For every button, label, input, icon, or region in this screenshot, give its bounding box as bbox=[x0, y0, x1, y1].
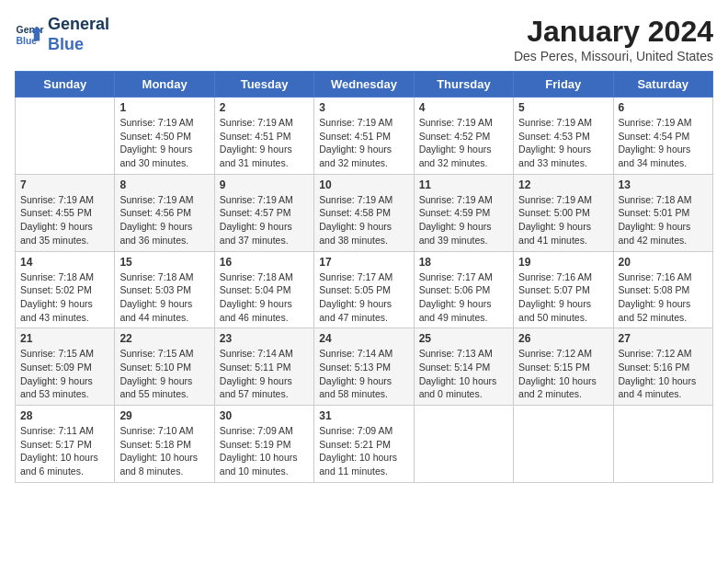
calendar-cell: 7Sunrise: 7:19 AMSunset: 4:55 PMDaylight… bbox=[16, 174, 115, 251]
calendar-cell: 19Sunrise: 7:16 AMSunset: 5:07 PMDayligh… bbox=[514, 251, 613, 328]
day-info: Sunrise: 7:14 AMSunset: 5:11 PMDaylight:… bbox=[220, 347, 309, 401]
calendar-cell bbox=[514, 406, 613, 483]
day-info: Sunrise: 7:12 AMSunset: 5:15 PMDaylight:… bbox=[518, 347, 608, 401]
calendar-cell: 31Sunrise: 7:09 AMSunset: 5:21 PMDayligh… bbox=[314, 406, 414, 483]
day-number: 2 bbox=[220, 101, 309, 114]
calendar-cell: 2Sunrise: 7:19 AMSunset: 4:51 PMDaylight… bbox=[214, 98, 313, 175]
day-number: 3 bbox=[319, 101, 408, 114]
day-info: Sunrise: 7:16 AMSunset: 5:08 PMDaylight:… bbox=[619, 270, 708, 325]
day-number: 5 bbox=[518, 101, 608, 114]
calendar-cell: 30Sunrise: 7:09 AMSunset: 5:19 PMDayligh… bbox=[214, 406, 313, 483]
calendar-week-2: 7Sunrise: 7:19 AMSunset: 4:55 PMDaylight… bbox=[16, 174, 713, 251]
calendar-cell bbox=[16, 98, 115, 175]
day-number: 21 bbox=[20, 332, 109, 345]
calendar-cell bbox=[414, 406, 513, 483]
day-info: Sunrise: 7:16 AMSunset: 5:07 PMDaylight:… bbox=[518, 270, 608, 325]
calendar-cell: 27Sunrise: 7:12 AMSunset: 5:16 PMDayligh… bbox=[613, 328, 712, 406]
day-number: 13 bbox=[619, 178, 708, 191]
calendar-cell: 6Sunrise: 7:19 AMSunset: 4:54 PMDaylight… bbox=[613, 98, 712, 175]
logo-line2: Blue bbox=[48, 35, 84, 53]
day-info: Sunrise: 7:19 AMSunset: 4:56 PMDaylight:… bbox=[119, 193, 209, 247]
calendar-cell: 22Sunrise: 7:15 AMSunset: 5:10 PMDayligh… bbox=[115, 328, 214, 406]
day-number: 22 bbox=[119, 332, 209, 345]
calendar-cell bbox=[613, 406, 712, 483]
day-info: Sunrise: 7:12 AMSunset: 5:16 PMDaylight:… bbox=[619, 347, 708, 401]
calendar-cell: 29Sunrise: 7:10 AMSunset: 5:18 PMDayligh… bbox=[115, 406, 214, 483]
calendar-week-3: 14Sunrise: 7:18 AMSunset: 5:02 PMDayligh… bbox=[16, 251, 713, 328]
calendar-cell: 5Sunrise: 7:19 AMSunset: 4:53 PMDaylight… bbox=[514, 98, 613, 175]
day-number: 9 bbox=[220, 178, 309, 191]
day-info: Sunrise: 7:19 AMSunset: 4:52 PMDaylight:… bbox=[419, 116, 508, 170]
day-info: Sunrise: 7:19 AMSunset: 5:00 PMDaylight:… bbox=[518, 193, 608, 247]
calendar-cell: 1Sunrise: 7:19 AMSunset: 4:50 PMDaylight… bbox=[115, 98, 214, 175]
calendar-cell: 11Sunrise: 7:19 AMSunset: 4:59 PMDayligh… bbox=[414, 174, 513, 251]
day-number: 19 bbox=[518, 256, 608, 269]
calendar-cell: 17Sunrise: 7:17 AMSunset: 5:05 PMDayligh… bbox=[314, 251, 414, 328]
title-block: January 2024 Des Peres, Missouri, United… bbox=[514, 15, 713, 63]
calendar-cell: 18Sunrise: 7:17 AMSunset: 5:06 PMDayligh… bbox=[414, 251, 513, 328]
day-number: 1 bbox=[119, 101, 209, 114]
day-number: 8 bbox=[119, 178, 209, 191]
calendar-cell: 4Sunrise: 7:19 AMSunset: 4:52 PMDaylight… bbox=[414, 98, 513, 175]
day-number: 26 bbox=[518, 332, 608, 345]
calendar-cell: 16Sunrise: 7:18 AMSunset: 5:04 PMDayligh… bbox=[214, 251, 313, 328]
day-info: Sunrise: 7:14 AMSunset: 5:13 PMDaylight:… bbox=[319, 347, 408, 401]
weekday-header-wednesday: Wednesday bbox=[314, 72, 414, 98]
calendar-week-5: 28Sunrise: 7:11 AMSunset: 5:17 PMDayligh… bbox=[16, 406, 713, 483]
month-title: January 2024 bbox=[514, 15, 713, 49]
day-info: Sunrise: 7:09 AMSunset: 5:19 PMDaylight:… bbox=[220, 424, 309, 478]
day-number: 7 bbox=[20, 178, 109, 191]
weekday-header-saturday: Saturday bbox=[613, 72, 712, 98]
weekday-header-friday: Friday bbox=[514, 72, 613, 98]
day-info: Sunrise: 7:18 AMSunset: 5:01 PMDaylight:… bbox=[619, 193, 708, 247]
calendar-cell: 24Sunrise: 7:14 AMSunset: 5:13 PMDayligh… bbox=[314, 328, 414, 406]
day-info: Sunrise: 7:19 AMSunset: 4:58 PMDaylight:… bbox=[319, 193, 408, 247]
day-info: Sunrise: 7:13 AMSunset: 5:14 PMDaylight:… bbox=[419, 347, 508, 401]
day-info: Sunrise: 7:19 AMSunset: 4:54 PMDaylight:… bbox=[619, 116, 708, 170]
day-number: 28 bbox=[20, 409, 109, 422]
day-info: Sunrise: 7:09 AMSunset: 5:21 PMDaylight:… bbox=[319, 424, 408, 478]
location-title: Des Peres, Missouri, United States bbox=[514, 49, 713, 63]
day-info: Sunrise: 7:19 AMSunset: 4:51 PMDaylight:… bbox=[220, 116, 309, 170]
day-number: 18 bbox=[419, 256, 508, 269]
calendar-cell: 9Sunrise: 7:19 AMSunset: 4:57 PMDaylight… bbox=[214, 174, 313, 251]
day-info: Sunrise: 7:19 AMSunset: 4:59 PMDaylight:… bbox=[419, 193, 508, 247]
day-info: Sunrise: 7:19 AMSunset: 4:53 PMDaylight:… bbox=[518, 116, 608, 170]
day-number: 15 bbox=[119, 256, 209, 269]
logo-icon: General Blue bbox=[15, 20, 44, 50]
day-info: Sunrise: 7:15 AMSunset: 5:10 PMDaylight:… bbox=[119, 347, 209, 401]
day-number: 23 bbox=[220, 332, 309, 345]
calendar-cell: 26Sunrise: 7:12 AMSunset: 5:15 PMDayligh… bbox=[514, 328, 613, 406]
day-info: Sunrise: 7:18 AMSunset: 5:02 PMDaylight:… bbox=[20, 270, 109, 325]
calendar-cell: 8Sunrise: 7:19 AMSunset: 4:56 PMDaylight… bbox=[115, 174, 214, 251]
day-number: 14 bbox=[20, 256, 109, 269]
day-info: Sunrise: 7:19 AMSunset: 4:55 PMDaylight:… bbox=[20, 193, 109, 247]
calendar-cell: 28Sunrise: 7:11 AMSunset: 5:17 PMDayligh… bbox=[16, 406, 115, 483]
weekday-header-thursday: Thursday bbox=[414, 72, 513, 98]
logo: General Blue General Blue bbox=[15, 15, 109, 54]
calendar-cell: 12Sunrise: 7:19 AMSunset: 5:00 PMDayligh… bbox=[514, 174, 613, 251]
day-info: Sunrise: 7:19 AMSunset: 4:50 PMDaylight:… bbox=[119, 116, 209, 170]
day-number: 27 bbox=[619, 332, 708, 345]
day-info: Sunrise: 7:17 AMSunset: 5:05 PMDaylight:… bbox=[319, 270, 408, 325]
logo-line1: General bbox=[48, 15, 109, 33]
calendar-cell: 14Sunrise: 7:18 AMSunset: 5:02 PMDayligh… bbox=[16, 251, 115, 328]
day-number: 10 bbox=[319, 178, 408, 191]
calendar-week-4: 21Sunrise: 7:15 AMSunset: 5:09 PMDayligh… bbox=[16, 328, 713, 406]
calendar-cell: 25Sunrise: 7:13 AMSunset: 5:14 PMDayligh… bbox=[414, 328, 513, 406]
calendar-cell: 3Sunrise: 7:19 AMSunset: 4:51 PMDaylight… bbox=[314, 98, 414, 175]
weekday-header-monday: Monday bbox=[115, 72, 214, 98]
day-number: 16 bbox=[220, 256, 309, 269]
day-number: 25 bbox=[419, 332, 508, 345]
day-info: Sunrise: 7:18 AMSunset: 5:03 PMDaylight:… bbox=[119, 270, 209, 325]
calendar-cell: 21Sunrise: 7:15 AMSunset: 5:09 PMDayligh… bbox=[16, 328, 115, 406]
day-info: Sunrise: 7:18 AMSunset: 5:04 PMDaylight:… bbox=[220, 270, 309, 325]
day-number: 29 bbox=[119, 409, 209, 422]
header: General Blue General Blue January 2024 D… bbox=[15, 15, 713, 63]
day-number: 12 bbox=[518, 178, 608, 191]
weekday-header-row: SundayMondayTuesdayWednesdayThursdayFrid… bbox=[16, 72, 713, 98]
day-number: 6 bbox=[619, 101, 708, 114]
day-number: 30 bbox=[220, 409, 309, 422]
day-info: Sunrise: 7:19 AMSunset: 4:57 PMDaylight:… bbox=[220, 193, 309, 247]
day-info: Sunrise: 7:15 AMSunset: 5:09 PMDaylight:… bbox=[20, 347, 109, 401]
